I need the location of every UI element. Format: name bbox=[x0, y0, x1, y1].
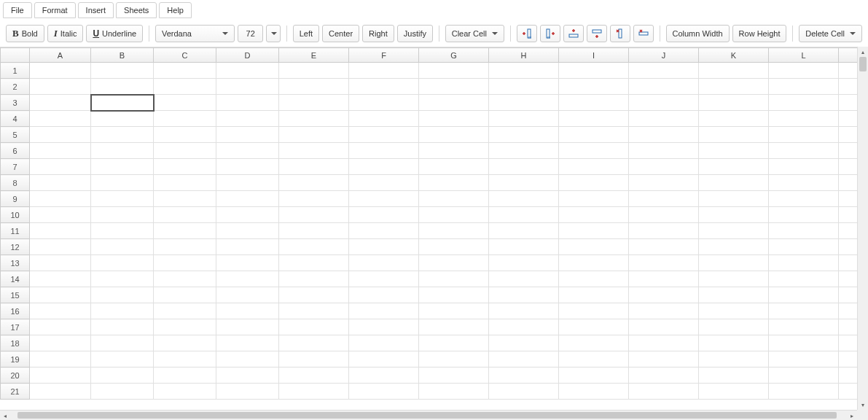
cell[interactable] bbox=[699, 319, 769, 335]
cell[interactable] bbox=[559, 368, 629, 384]
cell[interactable] bbox=[769, 143, 839, 159]
cell[interactable] bbox=[216, 335, 279, 351]
cell[interactable] bbox=[349, 303, 419, 319]
cell[interactable] bbox=[629, 95, 699, 111]
cell[interactable] bbox=[629, 111, 699, 127]
insert-column-left-button[interactable]: m bbox=[517, 25, 537, 42]
cell[interactable] bbox=[30, 351, 91, 368]
column-header[interactable]: A bbox=[30, 48, 91, 63]
cell[interactable] bbox=[91, 127, 154, 143]
cell[interactable] bbox=[629, 143, 699, 159]
cell[interactable] bbox=[279, 303, 349, 319]
cell[interactable] bbox=[216, 271, 279, 287]
cell[interactable] bbox=[216, 95, 279, 111]
cell[interactable] bbox=[699, 239, 769, 255]
cell[interactable] bbox=[699, 207, 769, 223]
cell[interactable] bbox=[769, 175, 839, 191]
cell[interactable] bbox=[154, 287, 216, 303]
cell[interactable] bbox=[216, 384, 279, 400]
cell[interactable] bbox=[559, 287, 629, 303]
column-header[interactable]: L bbox=[769, 48, 839, 63]
align-center-button[interactable]: Center bbox=[322, 25, 359, 42]
cell[interactable] bbox=[629, 63, 699, 79]
cell[interactable] bbox=[349, 143, 419, 159]
row-header[interactable]: 4 bbox=[1, 111, 30, 127]
cell[interactable] bbox=[349, 368, 419, 384]
menu-file[interactable]: File bbox=[3, 2, 32, 18]
cell[interactable] bbox=[769, 351, 839, 368]
cell[interactable] bbox=[30, 127, 91, 143]
cell[interactable] bbox=[419, 191, 489, 207]
cell[interactable] bbox=[489, 335, 559, 351]
cell[interactable] bbox=[769, 303, 839, 319]
cell[interactable] bbox=[91, 287, 154, 303]
align-justify-button[interactable]: Justify bbox=[397, 25, 433, 42]
cell[interactable] bbox=[349, 95, 419, 111]
cell[interactable] bbox=[489, 111, 559, 127]
cell[interactable] bbox=[559, 79, 629, 95]
cell[interactable] bbox=[91, 255, 154, 271]
cell[interactable] bbox=[154, 319, 216, 335]
cell[interactable] bbox=[279, 368, 349, 384]
cell[interactable] bbox=[419, 303, 489, 319]
row-height-button[interactable]: Row Height bbox=[732, 25, 787, 42]
scroll-right-icon[interactable]: ▸ bbox=[847, 411, 857, 420]
column-header[interactable]: J bbox=[629, 48, 699, 63]
cell[interactable] bbox=[559, 63, 629, 79]
column-width-button[interactable]: Column Width bbox=[666, 25, 730, 42]
cell[interactable] bbox=[91, 95, 154, 111]
cell[interactable] bbox=[349, 79, 419, 95]
cell[interactable] bbox=[349, 319, 419, 335]
cell[interactable] bbox=[279, 127, 349, 143]
cell[interactable] bbox=[30, 95, 91, 111]
cell[interactable] bbox=[216, 159, 279, 175]
vertical-scrollbar[interactable]: ▴ ▾ bbox=[857, 47, 868, 410]
column-header[interactable]: F bbox=[349, 48, 419, 63]
cell[interactable] bbox=[489, 207, 559, 223]
cell[interactable] bbox=[629, 79, 699, 95]
row-header[interactable]: 5 bbox=[1, 127, 30, 143]
cell[interactable] bbox=[489, 175, 559, 191]
menu-format[interactable]: Format bbox=[34, 2, 76, 18]
cell[interactable] bbox=[559, 127, 629, 143]
cell[interactable] bbox=[489, 95, 559, 111]
cell[interactable] bbox=[489, 79, 559, 95]
menu-help[interactable]: Help bbox=[159, 2, 192, 18]
cell[interactable] bbox=[216, 319, 279, 335]
row-header[interactable]: 14 bbox=[1, 271, 30, 287]
cell[interactable] bbox=[629, 319, 699, 335]
cell[interactable] bbox=[769, 63, 839, 79]
cell[interactable] bbox=[489, 223, 559, 239]
cell[interactable] bbox=[91, 175, 154, 191]
menu-insert[interactable]: Insert bbox=[78, 2, 114, 18]
cell[interactable] bbox=[699, 175, 769, 191]
scroll-left-icon[interactable]: ◂ bbox=[0, 411, 10, 420]
cell[interactable] bbox=[216, 287, 279, 303]
row-header[interactable]: 7 bbox=[1, 159, 30, 175]
delete-cell-button[interactable]: Delete Cell bbox=[799, 25, 862, 42]
cell[interactable] bbox=[559, 143, 629, 159]
cell[interactable] bbox=[91, 368, 154, 384]
cell[interactable] bbox=[349, 191, 419, 207]
cell[interactable] bbox=[489, 271, 559, 287]
cell[interactable] bbox=[419, 368, 489, 384]
cell[interactable] bbox=[349, 335, 419, 351]
cell[interactable] bbox=[419, 223, 489, 239]
cell[interactable] bbox=[349, 384, 419, 400]
cell[interactable] bbox=[216, 207, 279, 223]
cell[interactable] bbox=[154, 63, 216, 79]
cell[interactable] bbox=[91, 159, 154, 175]
cell[interactable] bbox=[489, 191, 559, 207]
cell[interactable] bbox=[559, 207, 629, 223]
cell[interactable] bbox=[629, 368, 699, 384]
cell[interactable] bbox=[699, 271, 769, 287]
cell[interactable] bbox=[419, 127, 489, 143]
cell[interactable] bbox=[629, 239, 699, 255]
cell[interactable] bbox=[629, 207, 699, 223]
horizontal-scrollbar[interactable]: ◂ ▸ bbox=[0, 410, 857, 420]
cell[interactable] bbox=[699, 191, 769, 207]
cell[interactable] bbox=[349, 223, 419, 239]
cell[interactable] bbox=[30, 175, 91, 191]
cell[interactable] bbox=[559, 111, 629, 127]
cell[interactable] bbox=[419, 207, 489, 223]
